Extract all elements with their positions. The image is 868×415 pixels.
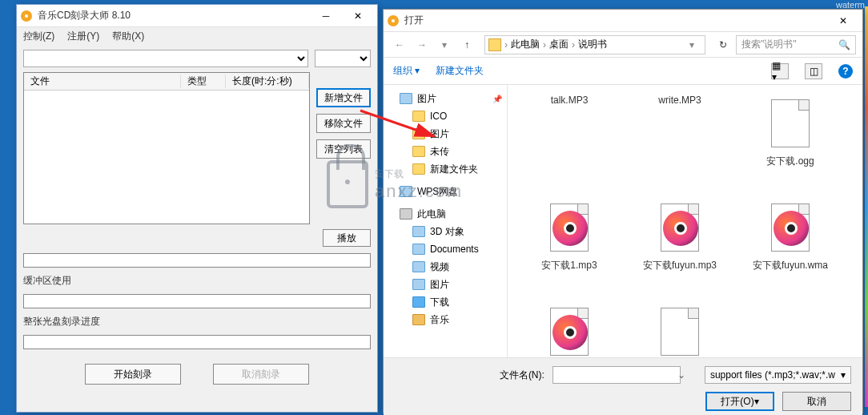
file-table[interactable]: 文件 类型 长度(时:分:秒)	[23, 72, 310, 224]
folder-icon	[488, 38, 501, 51]
app-icon	[20, 10, 33, 22]
filename-input[interactable]	[553, 366, 681, 384]
file-item[interactable]: 像我这样的人.ogg	[625, 300, 735, 357]
tree-untrans[interactable]: 未传	[384, 143, 507, 160]
folder-tree[interactable]: 图片📌 ICO 图片 未传 新建文件夹 WPS网盘 此电脑 3D 对象 Docu…	[384, 85, 508, 357]
file-label: 安下载.ogg	[766, 155, 814, 168]
tree-pictures-quick[interactable]: 图片📌	[384, 90, 507, 107]
tree-newfolder[interactable]: 新建文件夹	[384, 160, 507, 178]
minimize-button[interactable]: ─	[310, 6, 342, 26]
up-button[interactable]: ↑	[457, 35, 476, 54]
filename-dropdown-icon[interactable]: ⌄	[677, 369, 685, 381]
file-label: talk.MP3	[551, 95, 589, 107]
file-icon	[661, 308, 699, 356]
tree-3d[interactable]: 3D 对象	[384, 223, 507, 240]
file-icon	[771, 203, 810, 252]
dialog-icon	[387, 14, 400, 27]
close-button[interactable]: ✕	[342, 6, 374, 26]
help-icon[interactable]: ?	[838, 64, 853, 79]
dialog-toolbar: 组织 ▾ 新建文件夹 ▦ ▾ ◫ ?	[384, 58, 862, 85]
open-button[interactable]: 打开(O) ▾	[705, 392, 774, 411]
bc-desktop[interactable]: 桌面	[549, 38, 569, 51]
dialog-title: 打开	[404, 14, 827, 27]
tree-ico[interactable]: ICO	[384, 107, 507, 125]
col-type: 类型	[181, 75, 226, 88]
pin-icon: 📌	[492, 95, 502, 103]
speed-select[interactable]	[315, 50, 371, 67]
tree-documents[interactable]: Documents	[384, 240, 507, 258]
tree-videos[interactable]: 视频	[384, 258, 507, 276]
back-button[interactable]: ←	[390, 35, 409, 54]
main-window: 音乐CD刻录大师 8.10 ─ ✕ 控制(Z) 注册(Y) 帮助(X) 文件 类…	[16, 4, 378, 413]
dialog-footer: 文件名(N): ⌄ support files (*.mp3;*.wav;*.w…	[384, 357, 862, 415]
disc-progress	[23, 335, 371, 349]
file-label: 安下载1.mp3	[541, 260, 597, 272]
search-placeholder: 搜索"说明书"	[741, 38, 797, 51]
menu-help[interactable]: 帮助(X)	[112, 30, 144, 43]
tree-pictures[interactable]: 图片	[384, 125, 507, 143]
breadcrumb[interactable]: › 此电脑 › 桌面 › 说明书 ▾	[484, 35, 705, 54]
file-icon	[771, 99, 810, 147]
file-grid[interactable]: talk.MP3write.MP3安下载.ogg安下载1.mp3安下载fuyun…	[508, 85, 862, 357]
disc-progress-label: 整张光盘刻录进度	[23, 315, 371, 328]
main-titlebar: 音乐CD刻录大师 8.10 ─ ✕	[17, 5, 377, 27]
nav-bar: ← → ▾ ↑ › 此电脑 › 桌面 › 说明书 ▾ ↻ 搜索"说明书" 🔍	[384, 32, 862, 58]
preview-pane-button[interactable]: ◫	[805, 63, 822, 79]
drive-select[interactable]	[23, 50, 308, 67]
table-header: 文件 类型 长度(时:分:秒)	[24, 73, 309, 91]
right-color-strip	[865, 6, 868, 407]
buffer-progress	[23, 294, 371, 308]
tree-pictures2[interactable]: 图片	[384, 276, 507, 293]
main-title: 音乐CD刻录大师 8.10	[38, 9, 310, 22]
file-icon	[550, 308, 589, 356]
chevron-right-icon: ›	[504, 39, 508, 50]
search-icon: 🔍	[838, 39, 850, 50]
dialog-close-button[interactable]: ✕	[827, 10, 859, 31]
recent-dropdown[interactable]: ▾	[435, 35, 454, 54]
file-item[interactable]: 安下载.ogg	[735, 91, 846, 195]
svg-point-1	[25, 14, 28, 18]
menubar: 控制(Z) 注册(Y) 帮助(X)	[17, 27, 377, 45]
new-folder-button[interactable]: 新建文件夹	[436, 64, 484, 78]
open-dialog: 打开 ✕ ← → ▾ ↑ › 此电脑 › 桌面 › 说明书 ▾ ↻ 搜索"说明书…	[383, 9, 863, 413]
tree-music[interactable]: 音乐	[384, 311, 507, 328]
organize-button[interactable]: 组织 ▾	[393, 64, 420, 78]
buffer-label: 缓冲区使用	[23, 274, 371, 288]
svg-point-3	[392, 19, 395, 22]
view-mode-button[interactable]: ▦ ▾	[771, 63, 789, 79]
breadcrumb-dropdown[interactable]: ▾	[682, 35, 701, 54]
chevron-right-icon: ›	[572, 39, 575, 50]
search-input[interactable]: 搜索"说明书" 🔍	[736, 35, 856, 54]
menu-register[interactable]: 注册(Y)	[67, 30, 99, 43]
filename-label: 文件名(N):	[483, 369, 545, 382]
file-item[interactable]: 像我这样的人.mp3	[514, 300, 625, 357]
chevron-right-icon: ›	[543, 39, 546, 50]
col-file: 文件	[24, 75, 181, 88]
remove-file-button[interactable]: 移除文件	[316, 114, 371, 133]
file-item[interactable]: talk.MP3	[514, 91, 625, 107]
col-length: 长度(时:分:秒)	[226, 75, 309, 88]
cancel-button[interactable]: 取消	[782, 392, 851, 411]
tree-wps[interactable]: WPS网盘	[384, 183, 507, 200]
file-label: write.MP3	[658, 95, 701, 107]
file-item[interactable]: 安下载1.mp3	[514, 195, 625, 300]
file-label: 安下载fuyun.mp3	[643, 260, 717, 272]
file-item[interactable]: write.MP3	[625, 91, 735, 107]
file-item[interactable]: 安下载fuyun.mp3	[625, 195, 735, 300]
refresh-button[interactable]: ↻	[713, 35, 733, 54]
forward-button[interactable]: →	[412, 35, 432, 54]
file-item[interactable]: 安下载fuyun.wma	[735, 195, 846, 300]
dialog-titlebar: 打开 ✕	[384, 10, 862, 32]
cancel-burn-button[interactable]: 取消刻录	[213, 364, 309, 385]
filetype-filter[interactable]: support files (*.mp3;*.wav;*.w	[705, 366, 851, 384]
tree-downloads[interactable]: 下载	[384, 293, 507, 311]
play-button[interactable]: 播放	[323, 229, 371, 247]
tree-this-pc[interactable]: 此电脑	[384, 205, 507, 223]
menu-control[interactable]: 控制(Z)	[23, 30, 54, 43]
bc-folder[interactable]: 说明书	[578, 38, 607, 51]
add-file-button[interactable]: 新增文件	[316, 88, 371, 107]
track-progress	[23, 253, 371, 268]
bc-pc[interactable]: 此电脑	[511, 38, 540, 51]
clear-list-button[interactable]: 清空列表	[316, 139, 371, 159]
start-burn-button[interactable]: 开始刻录	[85, 364, 181, 385]
